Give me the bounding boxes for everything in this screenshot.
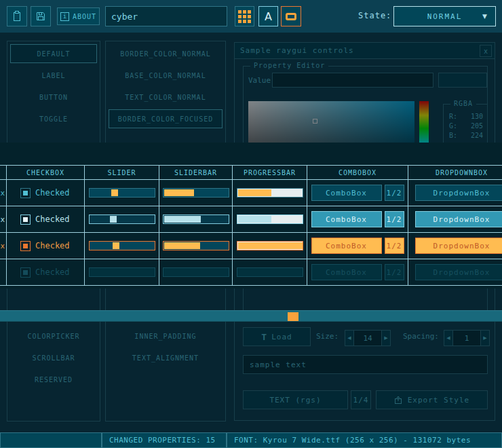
paste-button[interactable] <box>7 6 27 26</box>
sliderbar-preview <box>163 214 229 224</box>
slider-handle <box>113 242 119 249</box>
sliderbar-fill <box>164 242 201 249</box>
style-table-preview: CHECKBOX SLIDER SLIDERBAR PROGRESSBAR CO… <box>0 165 502 286</box>
chevron-down-icon: ▼ <box>482 13 488 20</box>
about-button[interactable]: i ABOUT <box>57 7 100 25</box>
slider-handle <box>111 189 118 196</box>
dim-overlay-top <box>0 33 502 143</box>
sliderbar-preview <box>163 241 229 250</box>
checkbox-preview: Checked <box>7 267 70 278</box>
progressbar-preview <box>237 188 303 198</box>
slider-preview <box>89 214 155 224</box>
slider-handle <box>110 216 117 223</box>
scroll-handle[interactable] <box>288 312 298 321</box>
dim-overlay-bottom <box>0 322 502 432</box>
dropdownbox-preview: DropdownBox <box>415 238 502 254</box>
combobox-preview: ComboBox1/2 <box>311 264 404 280</box>
status-bar: CHANGED PROPERTIES: 15 FONT: Kyrou 7 Wid… <box>0 432 502 448</box>
dropdownbox-preview: DropdownBox <box>415 264 502 280</box>
grid-icon <box>238 10 251 23</box>
toolbar: i ABOUT cyber A State: NORMAL ▼ <box>0 0 502 33</box>
checkbox-preview: Checked <box>7 214 70 225</box>
checkbox-icon <box>20 241 31 251</box>
save-button[interactable] <box>31 6 51 26</box>
progressbar-preview <box>237 241 303 250</box>
about-label: ABOUT <box>73 13 96 20</box>
style-name-value: cyber <box>111 12 138 22</box>
frame-icon <box>286 13 296 20</box>
state-label: State: <box>358 11 391 20</box>
cut-control-fragment: x <box>0 189 6 198</box>
info-icon: i <box>60 12 69 21</box>
cut-control-fragment: x <box>0 242 6 250</box>
rguistyler-app: i ABOUT cyber A State: NORMAL ▼ DEFAULT … <box>0 0 502 448</box>
dropdownbox-preview: DropdownBox <box>415 185 502 201</box>
cut-control-fragment: x <box>0 215 6 224</box>
checkbox-preview: Checked <box>7 241 70 251</box>
status-section-empty <box>0 432 102 448</box>
dropdownbox-preview: DropdownBox <box>415 211 502 227</box>
table-scroll-slider[interactable] <box>0 310 502 322</box>
sliderbar-preview <box>163 188 229 198</box>
header-cut-column <box>0 166 7 180</box>
style-table-band: CHECKBOX SLIDER SLIDERBAR PROGRESSBAR CO… <box>0 143 502 288</box>
sliderbar-fill <box>164 189 194 196</box>
checkbox-icon <box>20 267 31 278</box>
combobox-preview: ComboBox1/2 <box>311 211 404 227</box>
combobox-preview: ComboBox1/2 <box>311 238 404 254</box>
status-font-info: FONT: Kyrou 7 Wide.ttf (256 x 256) - 131… <box>227 432 502 448</box>
progressbar-fill <box>238 242 303 249</box>
sliderbar-preview <box>163 267 229 277</box>
floppy-icon <box>35 11 46 22</box>
state-dropdown[interactable]: NORMAL ▼ <box>393 6 496 26</box>
style-name-input[interactable]: cyber <box>105 6 227 26</box>
header-combobox: COMBOBOX <box>307 166 408 180</box>
progressbar-fill <box>238 216 272 223</box>
slider-preview <box>89 188 155 198</box>
header-sliderbar: SLIDERBAR <box>159 166 233 180</box>
font-a-icon: A <box>265 10 272 23</box>
dim-overlay-middle <box>0 288 502 310</box>
header-slider: SLIDER <box>85 166 159 180</box>
slider-preview <box>89 267 155 277</box>
status-changed-properties: CHANGED PROPERTIES: 15 <box>102 432 227 448</box>
slider-preview <box>89 241 155 250</box>
progressbar-preview <box>237 214 303 224</box>
table-image-mode-button[interactable] <box>235 6 254 26</box>
progressbar-fill <box>238 189 272 196</box>
checkbox-preview: Checked <box>7 188 70 198</box>
progressbar-preview <box>237 267 303 277</box>
frame-mode-button[interactable] <box>281 6 301 26</box>
header-dropdownbox: DROPDOWNBOX <box>408 166 502 180</box>
sliderbar-fill <box>164 216 201 223</box>
header-checkbox: CHECKBOX <box>7 166 85 180</box>
state-dropdown-value: NORMAL <box>427 12 463 21</box>
checkbox-icon <box>20 188 31 198</box>
header-progressbar: PROGRESSBAR <box>233 166 307 180</box>
font-mode-button[interactable]: A <box>258 6 278 26</box>
clipboard-icon <box>12 11 22 22</box>
checkbox-icon <box>20 214 31 225</box>
combobox-preview: ComboBox1/2 <box>311 185 404 201</box>
